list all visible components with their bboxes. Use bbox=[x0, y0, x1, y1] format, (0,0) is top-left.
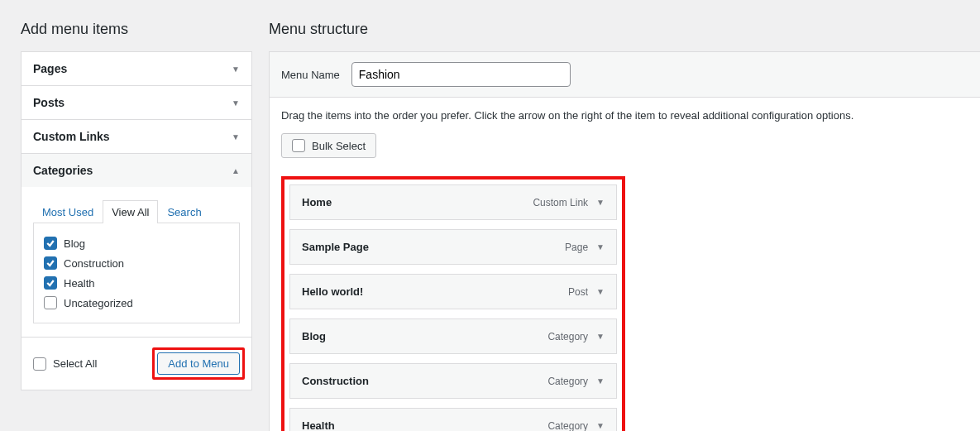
menu-item-type: Category bbox=[547, 331, 588, 342]
chevron-down-icon[interactable]: ▼ bbox=[596, 332, 605, 341]
accordion-footer: Select All Add to Menu bbox=[22, 337, 251, 390]
accordion-label: Categories bbox=[33, 164, 93, 177]
menu-item-title: Blog bbox=[302, 330, 326, 342]
menu-name-row: Menu Name bbox=[270, 52, 980, 98]
category-label: Blog bbox=[64, 237, 85, 250]
chevron-down-icon: ▼ bbox=[232, 98, 240, 108]
chevron-down-icon[interactable]: ▼ bbox=[596, 242, 605, 251]
menu-structure-body: Drag the items into the order you prefer… bbox=[270, 98, 980, 431]
category-item-blog[interactable]: Blog bbox=[44, 233, 229, 253]
menu-structure-panel: Menu Name Drag the items into the order … bbox=[269, 51, 980, 431]
menu-item-title: Health bbox=[302, 419, 335, 431]
menu-item-home[interactable]: Home Custom Link ▼ bbox=[289, 184, 617, 220]
instruction-text: Drag the items into the order you prefer… bbox=[281, 109, 968, 122]
category-label: Uncategorized bbox=[64, 297, 133, 309]
checkbox[interactable] bbox=[33, 357, 46, 371]
chevron-down-icon[interactable]: ▼ bbox=[596, 421, 605, 430]
accordion-label: Custom Links bbox=[33, 130, 110, 143]
accordion-label: Posts bbox=[33, 96, 65, 109]
accordion: Pages ▼ Posts ▼ Custom Links ▼ Categorie… bbox=[21, 51, 252, 390]
menu-item-type: Custom Link bbox=[533, 197, 588, 208]
category-item-construction[interactable]: Construction bbox=[44, 253, 229, 273]
menu-item-hello-world[interactable]: Hello world! Post ▼ bbox=[289, 274, 617, 309]
accordion-header-categories[interactable]: Categories ▲ bbox=[22, 154, 251, 187]
menu-item-health[interactable]: Health Category ▼ bbox=[289, 408, 617, 431]
accordion-body-categories: Most Used View All Search Blog Construct… bbox=[22, 187, 251, 390]
highlight-box: Add to Menu bbox=[152, 347, 245, 380]
menu-item-title: Construction bbox=[302, 375, 369, 387]
menu-item-construction[interactable]: Construction Category ▼ bbox=[289, 363, 617, 399]
checkbox[interactable] bbox=[44, 256, 57, 270]
category-item-health[interactable]: Health bbox=[44, 273, 229, 293]
menu-name-input[interactable] bbox=[351, 62, 571, 87]
tab-most-used[interactable]: Most Used bbox=[33, 200, 103, 223]
add-to-menu-button[interactable]: Add to Menu bbox=[157, 352, 240, 375]
checkbox[interactable] bbox=[44, 237, 57, 250]
checkbox[interactable] bbox=[44, 296, 57, 309]
menu-item-title: Hello world! bbox=[302, 285, 363, 298]
add-menu-items-title: Add menu items bbox=[21, 21, 252, 38]
category-label: Health bbox=[64, 277, 95, 290]
accordion-header-posts[interactable]: Posts ▼ bbox=[22, 86, 251, 119]
accordion-header-pages[interactable]: Pages ▼ bbox=[22, 52, 251, 85]
category-label: Construction bbox=[64, 257, 124, 270]
menu-item-sample-page[interactable]: Sample Page Page ▼ bbox=[289, 229, 617, 265]
menu-item-title: Home bbox=[302, 196, 332, 208]
category-item-uncategorized[interactable]: Uncategorized bbox=[44, 293, 229, 313]
tab-search[interactable]: Search bbox=[158, 200, 210, 223]
menu-item-blog[interactable]: Blog Category ▼ bbox=[289, 318, 617, 354]
bulk-select-button[interactable]: Bulk Select bbox=[281, 133, 376, 158]
bulk-select-label: Bulk Select bbox=[312, 140, 366, 152]
menu-item-title: Sample Page bbox=[302, 241, 369, 253]
menu-item-type: Page bbox=[565, 242, 588, 253]
menu-name-label: Menu Name bbox=[281, 69, 340, 81]
chevron-down-icon[interactable]: ▼ bbox=[596, 198, 605, 207]
highlight-box: Home Custom Link ▼ Sample Page Page ▼ bbox=[281, 176, 625, 431]
menu-item-type: Post bbox=[568, 286, 588, 298]
select-all-label: Select All bbox=[53, 357, 97, 370]
chevron-up-icon: ▲ bbox=[232, 166, 240, 175]
category-tabs: Most Used View All Search bbox=[33, 187, 240, 223]
accordion-header-custom-links[interactable]: Custom Links ▼ bbox=[22, 120, 251, 153]
checkbox[interactable] bbox=[292, 139, 305, 152]
tab-view-all[interactable]: View All bbox=[103, 200, 158, 223]
menu-item-type: Category bbox=[547, 420, 588, 432]
chevron-down-icon[interactable]: ▼ bbox=[596, 376, 605, 386]
menu-structure-title: Menu structure bbox=[269, 21, 980, 38]
checkbox[interactable] bbox=[44, 276, 57, 290]
menu-item-type: Category bbox=[547, 376, 588, 387]
select-all-row[interactable]: Select All bbox=[33, 357, 97, 371]
chevron-down-icon: ▼ bbox=[232, 65, 240, 74]
chevron-down-icon: ▼ bbox=[232, 132, 240, 141]
accordion-label: Pages bbox=[33, 62, 67, 75]
chevron-down-icon[interactable]: ▼ bbox=[596, 287, 605, 296]
category-list: Blog Construction Health Uncategori bbox=[33, 223, 240, 323]
